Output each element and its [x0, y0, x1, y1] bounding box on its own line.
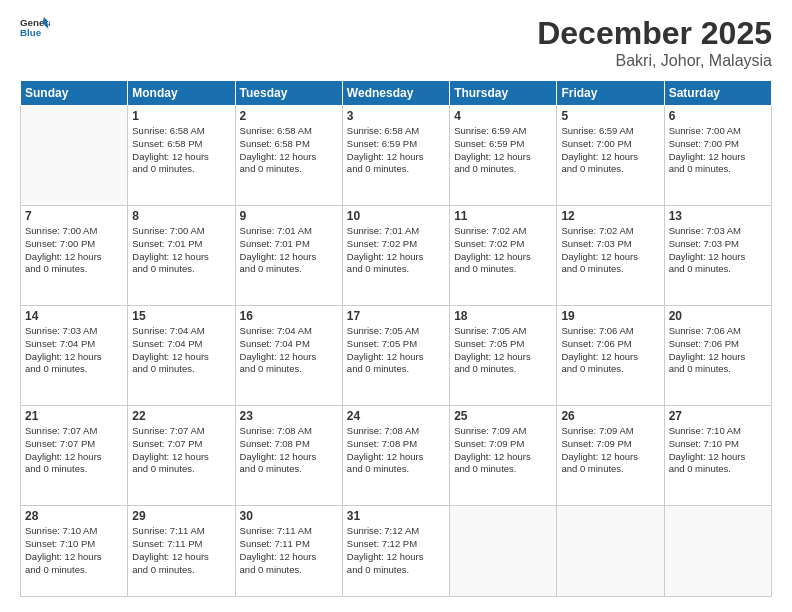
table-row: 15Sunrise: 7:04 AM Sunset: 7:04 PM Dayli…: [128, 306, 235, 406]
table-row: 18Sunrise: 7:05 AM Sunset: 7:05 PM Dayli…: [450, 306, 557, 406]
day-number: 6: [669, 109, 767, 123]
day-number: 30: [240, 509, 338, 523]
table-row: 5Sunrise: 6:59 AM Sunset: 7:00 PM Daylig…: [557, 106, 664, 206]
day-info: Sunrise: 7:02 AM Sunset: 7:02 PM Dayligh…: [454, 225, 552, 276]
calendar-week-row: 14Sunrise: 7:03 AM Sunset: 7:04 PM Dayli…: [21, 306, 772, 406]
header: General Blue December 2025 Bakri, Johor,…: [20, 15, 772, 70]
table-row: 17Sunrise: 7:05 AM Sunset: 7:05 PM Dayli…: [342, 306, 449, 406]
day-number: 20: [669, 309, 767, 323]
table-row: 22Sunrise: 7:07 AM Sunset: 7:07 PM Dayli…: [128, 406, 235, 506]
day-info: Sunrise: 7:01 AM Sunset: 7:01 PM Dayligh…: [240, 225, 338, 276]
day-info: Sunrise: 7:00 AM Sunset: 7:00 PM Dayligh…: [25, 225, 123, 276]
logo-icon: General Blue: [20, 15, 50, 40]
location: Bakri, Johor, Malaysia: [537, 52, 772, 70]
calendar-week-row: 28Sunrise: 7:10 AM Sunset: 7:10 PM Dayli…: [21, 506, 772, 597]
header-sunday: Sunday: [21, 81, 128, 106]
header-saturday: Saturday: [664, 81, 771, 106]
table-row: [21, 106, 128, 206]
day-number: 31: [347, 509, 445, 523]
table-row: 19Sunrise: 7:06 AM Sunset: 7:06 PM Dayli…: [557, 306, 664, 406]
day-number: 11: [454, 209, 552, 223]
day-info: Sunrise: 7:06 AM Sunset: 7:06 PM Dayligh…: [669, 325, 767, 376]
table-row: 8Sunrise: 7:00 AM Sunset: 7:01 PM Daylig…: [128, 206, 235, 306]
day-info: Sunrise: 7:00 AM Sunset: 7:00 PM Dayligh…: [669, 125, 767, 176]
table-row: 13Sunrise: 7:03 AM Sunset: 7:03 PM Dayli…: [664, 206, 771, 306]
table-row: 20Sunrise: 7:06 AM Sunset: 7:06 PM Dayli…: [664, 306, 771, 406]
day-number: 3: [347, 109, 445, 123]
day-number: 12: [561, 209, 659, 223]
page: General Blue December 2025 Bakri, Johor,…: [0, 0, 792, 612]
day-info: Sunrise: 7:05 AM Sunset: 7:05 PM Dayligh…: [454, 325, 552, 376]
day-number: 23: [240, 409, 338, 423]
day-info: Sunrise: 7:07 AM Sunset: 7:07 PM Dayligh…: [25, 425, 123, 476]
day-number: 29: [132, 509, 230, 523]
title-block: December 2025 Bakri, Johor, Malaysia: [537, 15, 772, 70]
day-info: Sunrise: 7:01 AM Sunset: 7:02 PM Dayligh…: [347, 225, 445, 276]
table-row: 21Sunrise: 7:07 AM Sunset: 7:07 PM Dayli…: [21, 406, 128, 506]
day-info: Sunrise: 7:04 AM Sunset: 7:04 PM Dayligh…: [240, 325, 338, 376]
day-info: Sunrise: 7:09 AM Sunset: 7:09 PM Dayligh…: [454, 425, 552, 476]
day-number: 16: [240, 309, 338, 323]
table-row: 27Sunrise: 7:10 AM Sunset: 7:10 PM Dayli…: [664, 406, 771, 506]
table-row: 16Sunrise: 7:04 AM Sunset: 7:04 PM Dayli…: [235, 306, 342, 406]
day-number: 7: [25, 209, 123, 223]
table-row: 28Sunrise: 7:10 AM Sunset: 7:10 PM Dayli…: [21, 506, 128, 597]
table-row: 1Sunrise: 6:58 AM Sunset: 6:58 PM Daylig…: [128, 106, 235, 206]
day-info: Sunrise: 7:05 AM Sunset: 7:05 PM Dayligh…: [347, 325, 445, 376]
table-row: 25Sunrise: 7:09 AM Sunset: 7:09 PM Dayli…: [450, 406, 557, 506]
day-number: 17: [347, 309, 445, 323]
day-info: Sunrise: 7:08 AM Sunset: 7:08 PM Dayligh…: [240, 425, 338, 476]
day-info: Sunrise: 7:10 AM Sunset: 7:10 PM Dayligh…: [669, 425, 767, 476]
calendar-week-row: 21Sunrise: 7:07 AM Sunset: 7:07 PM Dayli…: [21, 406, 772, 506]
day-number: 14: [25, 309, 123, 323]
day-number: 27: [669, 409, 767, 423]
day-info: Sunrise: 7:02 AM Sunset: 7:03 PM Dayligh…: [561, 225, 659, 276]
table-row: 4Sunrise: 6:59 AM Sunset: 6:59 PM Daylig…: [450, 106, 557, 206]
svg-text:Blue: Blue: [20, 27, 42, 38]
day-info: Sunrise: 7:03 AM Sunset: 7:03 PM Dayligh…: [669, 225, 767, 276]
day-number: 22: [132, 409, 230, 423]
day-number: 10: [347, 209, 445, 223]
day-info: Sunrise: 7:09 AM Sunset: 7:09 PM Dayligh…: [561, 425, 659, 476]
day-number: 2: [240, 109, 338, 123]
day-info: Sunrise: 7:12 AM Sunset: 7:12 PM Dayligh…: [347, 525, 445, 576]
table-row: 3Sunrise: 6:58 AM Sunset: 6:59 PM Daylig…: [342, 106, 449, 206]
day-info: Sunrise: 6:58 AM Sunset: 6:59 PM Dayligh…: [347, 125, 445, 176]
calendar-table: Sunday Monday Tuesday Wednesday Thursday…: [20, 80, 772, 597]
day-number: 18: [454, 309, 552, 323]
day-info: Sunrise: 7:03 AM Sunset: 7:04 PM Dayligh…: [25, 325, 123, 376]
logo: General Blue: [20, 15, 50, 40]
day-info: Sunrise: 7:06 AM Sunset: 7:06 PM Dayligh…: [561, 325, 659, 376]
day-info: Sunrise: 7:07 AM Sunset: 7:07 PM Dayligh…: [132, 425, 230, 476]
table-row: [557, 506, 664, 597]
day-info: Sunrise: 7:11 AM Sunset: 7:11 PM Dayligh…: [240, 525, 338, 576]
table-row: 26Sunrise: 7:09 AM Sunset: 7:09 PM Dayli…: [557, 406, 664, 506]
day-number: 5: [561, 109, 659, 123]
table-row: [664, 506, 771, 597]
day-number: 24: [347, 409, 445, 423]
table-row: 7Sunrise: 7:00 AM Sunset: 7:00 PM Daylig…: [21, 206, 128, 306]
table-row: 30Sunrise: 7:11 AM Sunset: 7:11 PM Dayli…: [235, 506, 342, 597]
day-number: 28: [25, 509, 123, 523]
day-number: 13: [669, 209, 767, 223]
day-info: Sunrise: 7:10 AM Sunset: 7:10 PM Dayligh…: [25, 525, 123, 576]
table-row: 2Sunrise: 6:58 AM Sunset: 6:58 PM Daylig…: [235, 106, 342, 206]
day-info: Sunrise: 7:04 AM Sunset: 7:04 PM Dayligh…: [132, 325, 230, 376]
day-info: Sunrise: 6:58 AM Sunset: 6:58 PM Dayligh…: [240, 125, 338, 176]
header-tuesday: Tuesday: [235, 81, 342, 106]
table-row: 23Sunrise: 7:08 AM Sunset: 7:08 PM Dayli…: [235, 406, 342, 506]
day-number: 9: [240, 209, 338, 223]
calendar-week-row: 7Sunrise: 7:00 AM Sunset: 7:00 PM Daylig…: [21, 206, 772, 306]
table-row: 29Sunrise: 7:11 AM Sunset: 7:11 PM Dayli…: [128, 506, 235, 597]
day-number: 8: [132, 209, 230, 223]
day-number: 19: [561, 309, 659, 323]
day-info: Sunrise: 6:58 AM Sunset: 6:58 PM Dayligh…: [132, 125, 230, 176]
month-title: December 2025: [537, 15, 772, 52]
weekday-header-row: Sunday Monday Tuesday Wednesday Thursday…: [21, 81, 772, 106]
day-info: Sunrise: 6:59 AM Sunset: 7:00 PM Dayligh…: [561, 125, 659, 176]
table-row: 6Sunrise: 7:00 AM Sunset: 7:00 PM Daylig…: [664, 106, 771, 206]
header-wednesday: Wednesday: [342, 81, 449, 106]
table-row: 11Sunrise: 7:02 AM Sunset: 7:02 PM Dayli…: [450, 206, 557, 306]
table-row: 9Sunrise: 7:01 AM Sunset: 7:01 PM Daylig…: [235, 206, 342, 306]
table-row: 12Sunrise: 7:02 AM Sunset: 7:03 PM Dayli…: [557, 206, 664, 306]
